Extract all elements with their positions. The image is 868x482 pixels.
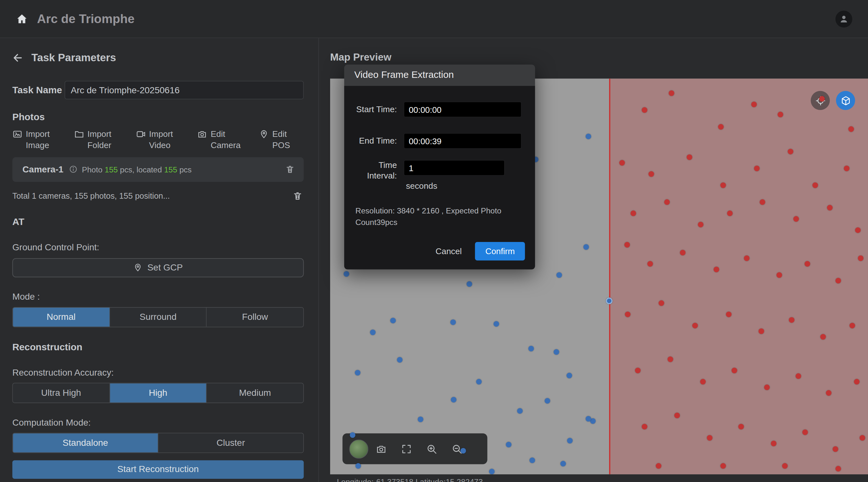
back-button[interactable] xyxy=(12,52,24,63)
fullscreen-icon xyxy=(401,443,412,454)
map-toolbar xyxy=(342,433,487,464)
map-point-red xyxy=(819,96,825,102)
map-point-red xyxy=(642,107,648,113)
task-parameters-panel: Task Parameters Task Name Photos Import … xyxy=(0,38,319,482)
basemap-thumbnail-button[interactable] xyxy=(349,439,368,459)
map-point-blue xyxy=(451,320,456,325)
app-window: Arc de Triomphe Task Parameters Task Nam… xyxy=(0,0,868,482)
task-name-input[interactable] xyxy=(64,81,304,99)
map-point-blue xyxy=(390,318,396,323)
map-point-blue xyxy=(494,321,499,327)
set-gcp-button[interactable]: Set GCP xyxy=(12,258,304,277)
map-point-red xyxy=(669,90,674,96)
user-icon xyxy=(839,14,849,24)
zoom-out-button[interactable] xyxy=(444,438,470,460)
map-point-red xyxy=(713,267,719,272)
task-name-label: Task Name xyxy=(12,85,65,96)
map-point-red xyxy=(771,441,777,446)
map-point-blue xyxy=(355,463,361,469)
map-point-red xyxy=(789,317,795,323)
edit-camera-label: Edit Camera xyxy=(211,129,242,151)
map-point-blue xyxy=(467,281,472,287)
folder-icon xyxy=(74,129,84,139)
snapshot-button[interactable] xyxy=(368,438,394,460)
interval-unit-label: seconds xyxy=(406,181,504,190)
map-point-red xyxy=(659,300,664,306)
camera-list-item: Camera-1 Photo 155 pcs, located 155 pcs xyxy=(12,157,304,182)
delete-all-button[interactable] xyxy=(291,189,304,202)
map-point-red xyxy=(835,278,841,284)
accuracy-option-ultra-high[interactable]: Ultra High xyxy=(13,383,110,402)
map-point-red xyxy=(635,367,641,373)
map-point-red xyxy=(732,367,737,373)
edit-camera-button[interactable]: Edit Camera xyxy=(197,128,242,153)
at-heading: AT xyxy=(12,216,304,228)
map-point-blue xyxy=(350,432,355,438)
camera-name: Camera-1 xyxy=(23,164,63,174)
confirm-button[interactable]: Confirm xyxy=(475,242,525,261)
pin-icon xyxy=(259,129,269,139)
map-selected-region xyxy=(609,78,868,474)
start-reconstruction-button[interactable]: Start Reconstruction xyxy=(12,460,304,479)
zoom-in-button[interactable] xyxy=(419,438,444,460)
map-point-blue xyxy=(560,461,566,467)
mode-option-follow[interactable]: Follow xyxy=(207,307,303,327)
import-image-button[interactable]: Import Image xyxy=(12,128,57,153)
accuracy-selector: Ultra High High Medium xyxy=(12,383,304,403)
top-bar: Arc de Triomphe xyxy=(0,0,868,38)
map-point-red xyxy=(858,255,864,261)
home-icon xyxy=(16,12,28,25)
dialog-title: Video Frame Extraction xyxy=(344,64,535,86)
map-point-red xyxy=(776,272,782,278)
map-point-red xyxy=(718,124,724,130)
home-button[interactable] xyxy=(16,12,28,25)
map-point-red xyxy=(854,379,860,385)
time-interval-row: Time Interval: seconds xyxy=(354,160,525,190)
map-point-blue xyxy=(517,408,523,414)
mode-option-normal[interactable]: Normal xyxy=(13,307,110,327)
import-folder-button[interactable]: Import Folder xyxy=(74,128,119,153)
cancel-button[interactable]: Cancel xyxy=(428,242,470,261)
map-point-red xyxy=(827,205,833,211)
map-point-red xyxy=(680,250,686,255)
camera-icon xyxy=(375,443,386,454)
user-avatar[interactable] xyxy=(835,10,852,27)
accuracy-option-high[interactable]: High xyxy=(110,383,207,402)
map-point-red xyxy=(648,171,654,177)
map-point-blue xyxy=(586,416,591,422)
map-point-red xyxy=(751,102,757,107)
page-title: Arc de Triomphe xyxy=(37,11,135,26)
mode-option-surround[interactable]: Surround xyxy=(110,307,207,327)
end-time-input[interactable] xyxy=(404,133,522,149)
fit-extent-button[interactable] xyxy=(394,438,419,460)
panel-title: Task Parameters xyxy=(31,52,116,64)
map-point-red xyxy=(844,166,850,171)
delete-camera-button[interactable] xyxy=(284,163,296,175)
start-time-row: Start Time: xyxy=(354,102,525,117)
start-time-input[interactable] xyxy=(404,102,522,117)
import-video-button[interactable]: Import Video xyxy=(135,128,181,153)
panel-header: Task Parameters xyxy=(12,52,304,64)
dialog-body: Start Time: End Time: Time Interval: sec… xyxy=(344,86,535,269)
map-point-red xyxy=(848,126,854,132)
edit-pos-button[interactable]: Edit POS xyxy=(259,128,304,153)
map-point-blue xyxy=(528,346,534,352)
gcp-label: Ground Control Point: xyxy=(12,242,304,253)
end-time-row: End Time: xyxy=(354,133,525,149)
map-point-red xyxy=(812,182,818,188)
map-point-red xyxy=(826,390,832,396)
back-arrow-icon xyxy=(12,52,24,63)
accuracy-option-medium[interactable]: Medium xyxy=(207,383,303,402)
map-point-red xyxy=(754,166,760,171)
photo-actions: Import Image Import Folder Import Video … xyxy=(12,128,304,153)
map-point-red xyxy=(833,446,838,452)
time-interval-input[interactable] xyxy=(404,160,504,175)
map-point-red xyxy=(720,463,726,469)
view-3d-button[interactable] xyxy=(836,91,855,110)
computation-option-standalone[interactable]: Standalone xyxy=(13,433,158,452)
map-point-red xyxy=(760,199,766,205)
map-junction-point xyxy=(606,297,613,304)
located-count: 155 xyxy=(164,165,177,174)
map-point-red xyxy=(707,435,713,441)
computation-option-cluster[interactable]: Cluster xyxy=(158,433,303,452)
